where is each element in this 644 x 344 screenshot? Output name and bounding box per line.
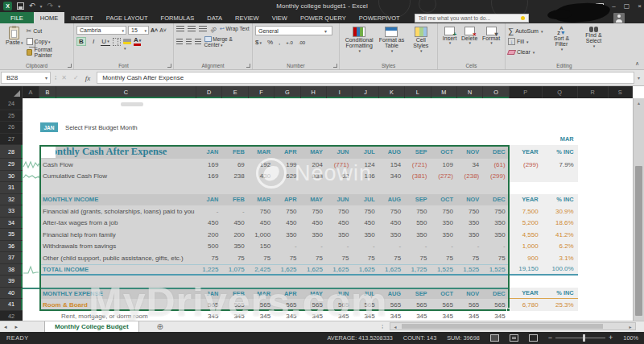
cell-may[interactable]: 345 xyxy=(301,311,327,321)
column-header-i[interactable]: I xyxy=(327,86,353,98)
cell-jan[interactable]: - xyxy=(196,205,222,218)
cell-feb[interactable]: 200 xyxy=(222,229,248,241)
cell-oct[interactable]: 75 xyxy=(431,252,457,264)
redo-icon[interactable]: ↷ xyxy=(47,2,54,10)
cell-apr[interactable] xyxy=(275,134,300,146)
cell-dec[interactable] xyxy=(483,276,509,288)
cell-jan[interactable]: 169 xyxy=(196,171,222,183)
cell-feb[interactable] xyxy=(222,122,248,134)
cell-jun[interactable]: 1,625 xyxy=(327,264,353,276)
cell-sep[interactable]: SEP xyxy=(405,145,431,159)
cell-jul[interactable] xyxy=(353,122,378,134)
cell-a[interactable] xyxy=(23,159,39,171)
cell-aug[interactable]: 450 xyxy=(379,218,405,230)
cell-a[interactable] xyxy=(23,241,39,253)
cell-year[interactable] xyxy=(510,311,543,321)
cell-year[interactable] xyxy=(510,171,543,183)
cell-jul[interactable] xyxy=(353,276,378,288)
cell-pct-inc[interactable] xyxy=(543,122,578,134)
row-header-40[interactable]: 40 xyxy=(0,288,23,300)
cell-aug[interactable]: 340 xyxy=(379,171,405,183)
cell-nov[interactable]: 750 xyxy=(457,205,483,218)
cell-mar[interactable] xyxy=(249,276,275,288)
cell-s[interactable] xyxy=(609,276,633,288)
cell-may[interactable]: 1,625 xyxy=(301,264,327,276)
cell-r[interactable] xyxy=(578,182,609,194)
cell-s[interactable] xyxy=(609,194,633,206)
cell-aug[interactable]: - xyxy=(379,241,405,253)
cell-year[interactable]: 5,200 xyxy=(510,218,543,230)
cell-oct[interactable] xyxy=(431,122,457,134)
cell-may[interactable]: 350 xyxy=(301,229,327,241)
cell-r[interactable] xyxy=(578,194,609,206)
cell-dec[interactable]: 75 xyxy=(483,252,509,264)
cell-nov[interactable]: 75 xyxy=(457,252,483,264)
cell-feb[interactable]: 350 xyxy=(222,241,248,253)
conditional-formatting-button[interactable]: Conditional Formatting xyxy=(343,26,375,54)
wrap-text-button[interactable]: ↩ Wrap Text xyxy=(220,26,250,32)
cell-a[interactable] xyxy=(23,145,39,159)
row-header-38[interactable]: 38 xyxy=(0,264,23,276)
cell-jun[interactable]: JUN xyxy=(327,194,353,206)
cell-mar[interactable] xyxy=(249,182,275,194)
cell-b[interactable] xyxy=(39,98,56,110)
cell-dec[interactable]: DEC xyxy=(483,288,509,300)
cell-s[interactable] xyxy=(609,122,633,134)
cell-apr[interactable]: 1,625 xyxy=(275,264,300,276)
cell-jan[interactable]: 75 xyxy=(196,252,222,264)
cell-apr[interactable]: APR xyxy=(275,145,300,159)
cell-jun[interactable]: 345 xyxy=(327,311,353,321)
cell-jun[interactable]: JUN xyxy=(327,288,353,300)
formula-input[interactable]: Monthly Cash After Expense xyxy=(97,72,634,84)
cell-jul[interactable]: 124 xyxy=(353,159,378,171)
cell-sep[interactable]: 1,725 xyxy=(405,264,431,276)
cell-oct[interactable]: 350 xyxy=(431,229,457,241)
cell-r[interactable] xyxy=(578,252,609,264)
enter-icon[interactable]: ✓ xyxy=(73,74,79,81)
orientation-icon[interactable]: ab xyxy=(209,25,217,33)
fill-button[interactable]: ↓Fill xyxy=(508,36,543,47)
cell-r[interactable] xyxy=(578,218,609,230)
percent-style-icon[interactable]: % xyxy=(267,39,273,46)
cell-pct-inc[interactable] xyxy=(543,182,578,194)
row-header-39[interactable]: 39 xyxy=(0,276,23,288)
row-header-34[interactable]: 34 xyxy=(0,218,23,230)
cell-s[interactable] xyxy=(609,299,633,311)
cell-apr[interactable]: 345 xyxy=(275,311,300,321)
cell-dec[interactable]: DEC xyxy=(483,145,509,159)
column-header-p[interactable]: P xyxy=(510,86,543,98)
qat-customize-icon[interactable]: ▾ xyxy=(58,3,60,9)
cell-apr[interactable] xyxy=(275,110,300,122)
clipboard-dialog-launcher[interactable] xyxy=(68,64,72,68)
row-header-30[interactable]: 30 xyxy=(0,171,23,183)
cell-label[interactable]: Other (child support, public assistance,… xyxy=(56,252,196,264)
cell-aug[interactable]: 154 xyxy=(379,159,405,171)
cell-b[interactable] xyxy=(39,110,56,122)
cell-label[interactable]: Cumulative Cash Flow xyxy=(56,171,196,183)
cell-s[interactable] xyxy=(609,229,633,241)
cell-sep[interactable] xyxy=(405,110,431,122)
horizontal-scrollbar[interactable]: ◂ ▸ xyxy=(390,322,636,330)
cell-a[interactable] xyxy=(23,110,39,122)
cell-apr[interactable]: 450 xyxy=(275,218,300,230)
copy-button[interactable]: Copy xyxy=(27,36,71,47)
cell-sep[interactable]: (721) xyxy=(405,159,431,171)
cell-apr[interactable] xyxy=(275,276,300,288)
column-header-h[interactable]: H xyxy=(301,86,327,98)
undo-icon[interactable]: ↶ xyxy=(29,2,35,10)
cell-label[interactable]: Room & Board xyxy=(56,299,196,311)
name-box-dropdown-icon[interactable]: ▾ xyxy=(43,75,50,81)
cell-aug[interactable] xyxy=(379,110,405,122)
decrease-decimal-icon[interactable]: .00 xyxy=(299,40,305,45)
number-format-select[interactable]: General▾ xyxy=(255,26,332,35)
cell-s[interactable] xyxy=(609,159,633,171)
cell-feb[interactable] xyxy=(222,110,248,122)
align-center-icon[interactable] xyxy=(186,39,192,45)
cell-s[interactable] xyxy=(609,311,633,321)
cell-sep[interactable]: (381) xyxy=(405,171,431,183)
cell-aug[interactable] xyxy=(379,182,405,194)
cell-mar[interactable]: 2,425 xyxy=(249,264,275,276)
cell-aug[interactable]: 75 xyxy=(379,252,405,264)
cell-nov[interactable] xyxy=(457,134,483,146)
cell-mar[interactable] xyxy=(249,122,275,134)
